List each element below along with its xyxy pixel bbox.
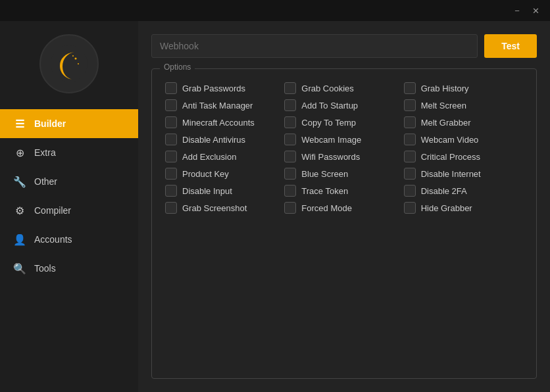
- option-label-melt-grabber: Melt Grabber: [421, 118, 471, 128]
- minimize-button[interactable]: −: [508, 4, 526, 17]
- checkbox-disable-internet[interactable]: [404, 168, 416, 180]
- option-label-add-to-startup: Add To Startup: [301, 101, 358, 110]
- option-label-anti-task-manager: Anti Task Manager: [182, 101, 253, 110]
- option-add-exclusion[interactable]: Add Exclusion: [165, 151, 284, 162]
- checkbox-disable-2fa[interactable]: [404, 185, 416, 197]
- option-disable-internet[interactable]: Disable Internet: [404, 168, 523, 180]
- option-critical-process[interactable]: Critical Process: [404, 151, 523, 162]
- option-forced-mode[interactable]: Forced Mode: [284, 202, 403, 214]
- option-webcam-image[interactable]: Webcam Image: [284, 134, 403, 145]
- sidebar: ☰ Builder ⊕ Extra 🔧 Other ⚙ Compiler 👤 A…: [0, 21, 138, 392]
- checkbox-disable-input[interactable]: [165, 185, 177, 197]
- option-disable-antivirus[interactable]: Disable Antivirus: [165, 134, 284, 145]
- option-grab-history[interactable]: Grab History: [404, 82, 523, 94]
- option-blue-screen[interactable]: Blue Screen: [284, 168, 403, 180]
- svg-point-0: [51, 45, 88, 82]
- option-melt-screen[interactable]: Melt Screen: [404, 99, 523, 111]
- option-label-disable-antivirus: Disable Antivirus: [182, 135, 245, 145]
- option-trace-token[interactable]: Trace Token: [284, 185, 403, 197]
- checkbox-product-key[interactable]: [165, 168, 177, 180]
- option-label-hide-grabber: Hide Grabber: [421, 203, 472, 213]
- moon-icon: [49, 44, 89, 84]
- nav-container: ☰ Builder ⊕ Extra 🔧 Other ⚙ Compiler 👤 A…: [0, 109, 138, 283]
- option-label-disable-2fa: Disable 2FA: [421, 186, 467, 196]
- option-disable-input[interactable]: Disable Input: [165, 185, 284, 197]
- checkbox-grab-history[interactable]: [404, 82, 416, 94]
- nav-label-compiler: Compiler: [34, 205, 71, 216]
- option-label-critical-process: Critical Process: [421, 152, 480, 162]
- close-button[interactable]: ✕: [526, 4, 545, 17]
- nav-label-accounts: Accounts: [34, 234, 72, 245]
- test-button[interactable]: Test: [484, 34, 537, 58]
- checkbox-trace-token[interactable]: [284, 185, 296, 197]
- checkbox-grab-passwords[interactable]: [165, 82, 177, 94]
- option-melt-grabber[interactable]: Melt Grabber: [404, 116, 523, 128]
- checkbox-hide-grabber[interactable]: [404, 202, 416, 214]
- options-legend: Options: [160, 62, 195, 72]
- nav-icon-compiler: ⚙: [13, 205, 26, 217]
- option-label-grab-passwords: Grab Passwords: [182, 84, 245, 93]
- option-grab-screenshot[interactable]: Grab Screenshot: [165, 202, 284, 214]
- checkbox-melt-screen[interactable]: [404, 99, 416, 111]
- option-label-trace-token: Trace Token: [301, 186, 348, 196]
- option-anti-task-manager[interactable]: Anti Task Manager: [165, 99, 284, 111]
- checkbox-blue-screen[interactable]: [284, 168, 296, 180]
- sidebar-item-extra[interactable]: ⊕ Extra: [0, 138, 138, 167]
- option-label-add-exclusion: Add Exclusion: [182, 152, 236, 162]
- svg-point-2: [78, 63, 79, 64]
- nav-label-other: Other: [34, 176, 57, 187]
- checkbox-webcam-image[interactable]: [284, 134, 296, 145]
- option-label-blue-screen: Blue Screen: [301, 169, 348, 179]
- checkbox-grab-cookies[interactable]: [284, 82, 296, 94]
- logo: [39, 34, 99, 93]
- option-label-webcam-image: Webcam Image: [301, 135, 361, 145]
- checkbox-anti-task-manager[interactable]: [165, 99, 177, 111]
- webhook-input[interactable]: [151, 34, 478, 58]
- option-label-copy-to-temp: Copy To Temp: [301, 118, 356, 128]
- option-label-product-key: Product Key: [182, 169, 229, 179]
- checkbox-wifi-passwords[interactable]: [284, 151, 296, 162]
- option-webcam-video[interactable]: Webcam Video: [404, 134, 523, 145]
- option-wifi-passwords[interactable]: Wifi Passwords: [284, 151, 403, 162]
- checkbox-critical-process[interactable]: [404, 151, 416, 162]
- checkbox-melt-grabber[interactable]: [404, 116, 416, 128]
- option-disable-2fa[interactable]: Disable 2FA: [404, 185, 523, 197]
- checkbox-disable-antivirus[interactable]: [165, 134, 177, 145]
- option-label-grab-screenshot: Grab Screenshot: [182, 203, 247, 213]
- option-add-to-startup[interactable]: Add To Startup: [284, 99, 403, 111]
- nav-icon-tools: 🔍: [13, 262, 26, 275]
- nav-label-tools: Tools: [34, 263, 56, 274]
- nav-icon-extra: ⊕: [13, 147, 26, 159]
- option-copy-to-temp[interactable]: Copy To Temp: [284, 116, 403, 128]
- checkbox-add-exclusion[interactable]: [165, 151, 177, 162]
- checkbox-webcam-video[interactable]: [404, 134, 416, 145]
- option-minecraft-accounts[interactable]: Minecraft Accounts: [165, 116, 284, 128]
- webhook-row: Test: [151, 34, 537, 58]
- option-grab-passwords[interactable]: Grab Passwords: [165, 82, 284, 94]
- option-label-minecraft-accounts: Minecraft Accounts: [182, 118, 255, 128]
- options-grid: Grab Passwords Grab Cookies Grab History…: [165, 82, 523, 214]
- sidebar-item-accounts[interactable]: 👤 Accounts: [0, 225, 138, 254]
- sidebar-item-other[interactable]: 🔧 Other: [0, 167, 138, 196]
- option-label-webcam-video: Webcam Video: [421, 135, 479, 145]
- sidebar-item-compiler[interactable]: ⚙ Compiler: [0, 196, 138, 225]
- option-product-key[interactable]: Product Key: [165, 168, 284, 180]
- checkbox-grab-screenshot[interactable]: [165, 202, 177, 214]
- checkbox-minecraft-accounts[interactable]: [165, 116, 177, 128]
- option-label-grab-history: Grab History: [421, 84, 469, 93]
- option-hide-grabber[interactable]: Hide Grabber: [404, 202, 523, 214]
- sidebar-item-tools[interactable]: 🔍 Tools: [0, 254, 138, 283]
- title-bar: − ✕: [0, 0, 550, 21]
- checkbox-add-to-startup[interactable]: [284, 99, 296, 111]
- sidebar-item-builder[interactable]: ☰ Builder: [0, 109, 138, 138]
- option-label-melt-screen: Melt Screen: [421, 101, 466, 110]
- options-box: Options Grab Passwords Grab Cookies Grab…: [151, 68, 537, 379]
- nav-icon-other: 🔧: [13, 176, 26, 188]
- main-content: Test Options Grab Passwords Grab Cookies…: [138, 21, 550, 392]
- option-grab-cookies[interactable]: Grab Cookies: [284, 82, 403, 94]
- option-label-grab-cookies: Grab Cookies: [301, 84, 353, 93]
- nav-label-extra: Extra: [34, 147, 56, 158]
- nav-icon-builder: ☰: [13, 118, 26, 130]
- checkbox-forced-mode[interactable]: [284, 202, 296, 214]
- checkbox-copy-to-temp[interactable]: [284, 116, 296, 128]
